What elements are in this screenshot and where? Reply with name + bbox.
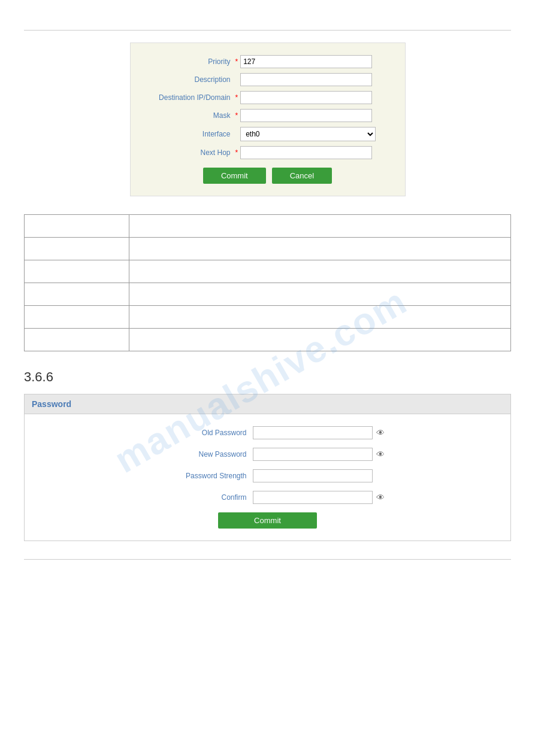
mask-label: Mask bbox=[140, 111, 235, 120]
old-password-input[interactable] bbox=[253, 426, 373, 439]
mask-input[interactable] bbox=[240, 109, 372, 122]
priority-required: * bbox=[235, 57, 238, 66]
table-cell bbox=[25, 260, 129, 283]
destination-required: * bbox=[235, 93, 238, 102]
new-password-input[interactable] bbox=[253, 448, 373, 461]
table-cell bbox=[25, 329, 129, 351]
password-form: Old Password 👁 New Password 👁 Password S… bbox=[24, 414, 511, 541]
table-cell bbox=[25, 215, 129, 238]
password-header: Password bbox=[24, 394, 511, 414]
nexthop-input[interactable] bbox=[240, 146, 372, 159]
nexthop-label: Next Hop bbox=[140, 148, 235, 157]
password-strength-input bbox=[253, 469, 373, 482]
nexthop-row: Next Hop * bbox=[140, 146, 396, 159]
destination-input[interactable] bbox=[240, 91, 372, 104]
new-password-label: New Password bbox=[151, 450, 253, 459]
route-table-section bbox=[24, 214, 511, 351]
table-cell bbox=[129, 260, 511, 283]
table-cell bbox=[25, 306, 129, 329]
table-row bbox=[25, 329, 511, 351]
pw-button-row: Commit bbox=[34, 512, 501, 529]
priority-row: Priority * bbox=[140, 55, 396, 68]
confirm-eye-icon[interactable]: 👁 bbox=[376, 493, 385, 502]
route-table bbox=[24, 214, 511, 351]
password-strength-row: Password Strength 👁 bbox=[34, 469, 501, 482]
mask-required: * bbox=[235, 111, 238, 120]
confirm-input[interactable] bbox=[253, 491, 373, 504]
bottom-divider bbox=[24, 559, 511, 560]
table-row bbox=[25, 215, 511, 238]
table-cell bbox=[129, 238, 511, 260]
destination-row: Destination IP/Domain * bbox=[140, 91, 396, 104]
pw-commit-button[interactable]: Commit bbox=[218, 512, 317, 529]
table-cell bbox=[25, 238, 129, 260]
table-cell bbox=[25, 283, 129, 306]
form-buttons: Commit Cancel bbox=[140, 168, 396, 184]
destination-label: Destination IP/Domain bbox=[140, 93, 235, 102]
confirm-row: Confirm 👁 bbox=[34, 491, 501, 504]
password-strength-label: Password Strength bbox=[151, 472, 253, 480]
description-input[interactable] bbox=[240, 73, 372, 86]
description-label: Description bbox=[140, 75, 235, 84]
old-password-label: Old Password bbox=[151, 429, 253, 437]
section-heading: 3.6.6 bbox=[24, 369, 511, 385]
old-password-eye-icon[interactable]: 👁 bbox=[376, 428, 385, 438]
route-form: Priority * Description * Destination IP/… bbox=[130, 42, 406, 196]
table-row bbox=[25, 283, 511, 306]
table-cell bbox=[129, 329, 511, 351]
table-row bbox=[25, 238, 511, 260]
interface-select[interactable]: eth0 bbox=[240, 127, 376, 141]
table-cell bbox=[129, 215, 511, 238]
interface-row: Interface * eth0 bbox=[140, 127, 396, 141]
top-divider bbox=[24, 30, 511, 31]
priority-input[interactable] bbox=[240, 55, 372, 68]
old-password-row: Old Password 👁 bbox=[34, 426, 501, 439]
new-password-row: New Password 👁 bbox=[34, 448, 501, 461]
priority-label: Priority bbox=[140, 57, 235, 66]
confirm-label: Confirm bbox=[151, 493, 253, 502]
nexthop-required: * bbox=[235, 148, 238, 157]
new-password-eye-icon[interactable]: 👁 bbox=[376, 450, 385, 459]
table-row bbox=[25, 306, 511, 329]
interface-label: Interface bbox=[140, 130, 235, 138]
commit-button[interactable]: Commit bbox=[203, 168, 266, 184]
table-cell bbox=[129, 283, 511, 306]
mask-row: Mask * bbox=[140, 109, 396, 122]
description-row: Description * bbox=[140, 73, 396, 86]
table-row bbox=[25, 260, 511, 283]
cancel-button[interactable]: Cancel bbox=[272, 168, 332, 184]
table-cell bbox=[129, 306, 511, 329]
password-section: Password Old Password 👁 New Password 👁 P… bbox=[24, 394, 511, 541]
